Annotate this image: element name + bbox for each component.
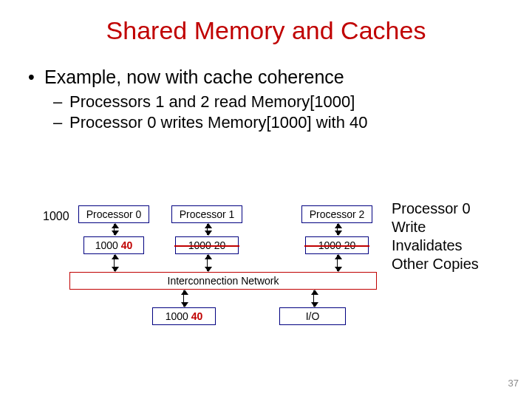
bullet-lvl2-b: Processor 0 writes Memory[1000] with 40 xyxy=(28,113,502,132)
cache-1-box: 1000 20 xyxy=(175,236,239,254)
side-note-line4: Other Copies xyxy=(392,255,479,273)
processor-0-label: Processor 0 xyxy=(86,208,142,220)
side-note-line1: Processor 0 xyxy=(392,200,479,218)
io-label: I/O xyxy=(306,310,320,322)
slide-title: Shared Memory and Caches xyxy=(0,16,532,45)
arrow-cache1-net xyxy=(207,255,208,271)
side-address-label: 1000 xyxy=(43,210,69,223)
processor-0-box: Processor 0 xyxy=(78,205,149,223)
processor-1-box: Processor 1 xyxy=(171,205,242,223)
diagram: 1000 Processor 0 1000 40 Processor 1 100… xyxy=(0,200,532,377)
arrow-net-io xyxy=(313,290,314,307)
cache-0-value: 1000 40 xyxy=(95,239,133,251)
arrow-proc0-cache xyxy=(114,224,115,235)
interconnect-label: Interconnection Network xyxy=(168,275,279,287)
side-note-line2: Write xyxy=(392,218,479,236)
processor-2-label: Processor 2 xyxy=(310,208,365,220)
arrow-net-mem xyxy=(183,290,184,307)
interconnect-box: Interconnection Network xyxy=(69,272,377,290)
memory-box: 1000 40 xyxy=(152,307,216,325)
side-note-line3: Invalidates xyxy=(392,236,479,255)
cache-1-value: 1000 20 xyxy=(188,239,226,251)
cache-0-box: 1000 40 xyxy=(83,236,144,254)
io-box: I/O xyxy=(279,307,346,325)
side-note: Processor 0 Write Invalidates Other Copi… xyxy=(392,200,479,273)
processor-2-box: Processor 2 xyxy=(301,205,372,223)
memory-value: 1000 40 xyxy=(166,310,203,322)
processor-1-label: Processor 1 xyxy=(180,208,235,220)
bullet-lvl2-a: Processors 1 and 2 read Memory[1000] xyxy=(28,92,502,112)
page-number: 37 xyxy=(508,378,519,389)
cache-2-value: 1000 20 xyxy=(318,239,356,251)
arrow-proc1-cache xyxy=(207,224,208,235)
slide: Shared Memory and Caches Example, now wi… xyxy=(0,0,532,399)
bullet-list: Example, now with cache coherence Proces… xyxy=(28,66,502,134)
arrow-proc2-cache xyxy=(337,224,338,235)
bullet-lvl1: Example, now with cache coherence xyxy=(28,66,502,88)
arrow-cache0-net xyxy=(114,255,115,271)
arrow-cache2-net xyxy=(337,255,338,271)
cache-2-box: 1000 20 xyxy=(305,236,369,254)
